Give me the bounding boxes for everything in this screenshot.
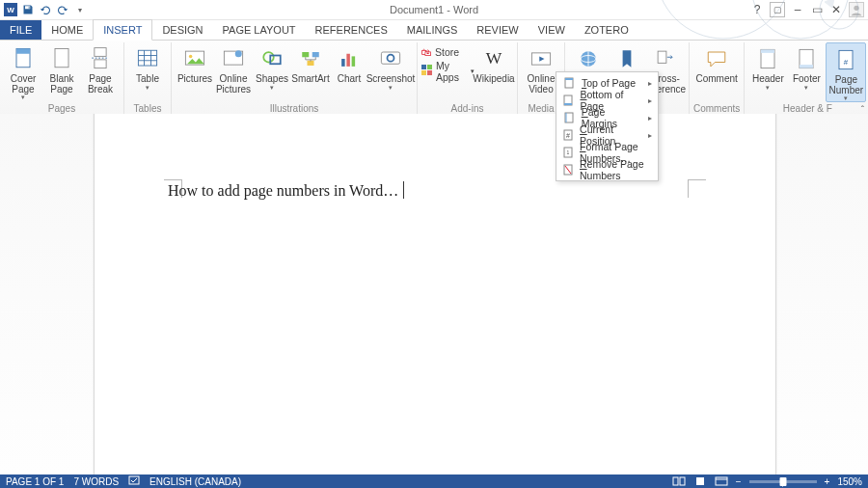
cross-reference-icon (651, 44, 680, 73)
comment-icon (702, 44, 731, 73)
wikipedia-button[interactable]: WWikipedia (475, 42, 513, 100)
status-words[interactable]: 7 WORDS (73, 476, 119, 487)
group-header-footer: Header▾ Footer▾ #Page Number▾ Header & F (745, 42, 868, 116)
proofing-icon[interactable] (128, 475, 140, 487)
zoom-out-button[interactable]: − (736, 476, 742, 487)
bookmark-icon (612, 44, 641, 73)
group-comments: Comment Comments (690, 42, 745, 116)
tab-mailings[interactable]: MAILINGS (397, 20, 468, 40)
status-language[interactable]: ENGLISH (CANADA) (149, 476, 241, 487)
svg-rect-22 (312, 52, 319, 57)
blank-page-button[interactable]: Blank Page (42, 42, 81, 100)
online-video-button[interactable]: Online Video (522, 42, 560, 100)
zoom-in-button[interactable]: + (825, 476, 830, 487)
blank-page-icon (47, 44, 76, 73)
chart-button[interactable]: Chart (330, 42, 368, 100)
close-button[interactable]: ✕ (829, 3, 843, 16)
page-margins-icon (562, 111, 576, 124)
header-button[interactable]: Header▾ (748, 42, 787, 100)
zoom-slider[interactable]: ┼ (749, 480, 817, 483)
tab-insert[interactable]: INSERT (93, 19, 152, 41)
margin-marker (688, 179, 706, 198)
table-icon (133, 44, 162, 73)
document-area: How to add page numbers in Word… (0, 114, 868, 474)
tab-design[interactable]: DESIGN (152, 20, 212, 40)
pictures-button[interactable]: Pictures (176, 42, 214, 100)
svg-rect-21 (302, 52, 309, 57)
svg-rect-25 (346, 54, 350, 67)
svg-point-3 (854, 6, 858, 11)
minimize-button[interactable]: – (791, 3, 804, 16)
restore-button[interactable]: ▭ (810, 3, 824, 16)
svg-rect-32 (427, 70, 432, 75)
tab-zotero[interactable]: ZOTERO (575, 20, 638, 40)
status-page[interactable]: PAGE 1 OF 1 (6, 476, 64, 487)
page-break-icon (86, 44, 115, 73)
store-button[interactable]: 🛍Store (421, 46, 475, 58)
cover-page-button[interactable]: Cover Page▾ (4, 42, 42, 100)
svg-text:W: W (486, 48, 502, 68)
page-number-button[interactable]: #Page Number▾ (826, 42, 866, 102)
undo-button[interactable] (39, 3, 52, 16)
status-bar: PAGE 1 OF 1 7 WORDS ENGLISH (CANADA) − ┼… (0, 474, 868, 488)
ribbon-display-button[interactable]: ▢ (770, 2, 785, 17)
svg-rect-41 (761, 49, 774, 53)
zoom-level[interactable]: 150% (837, 476, 862, 487)
svg-rect-20 (270, 56, 281, 65)
svg-rect-5 (16, 49, 30, 54)
my-apps-button[interactable]: My Apps▾ (421, 60, 475, 83)
footer-button[interactable]: Footer▾ (787, 42, 826, 100)
screenshot-button[interactable]: Screenshot▾ (368, 42, 413, 100)
svg-point-18 (235, 50, 242, 57)
top-of-page-icon (562, 76, 576, 90)
tab-home[interactable]: HOME (41, 20, 93, 40)
svg-text:#: # (844, 58, 849, 67)
redo-button[interactable] (56, 3, 69, 16)
svg-rect-77 (716, 477, 727, 485)
comment-button[interactable]: Comment (697, 42, 736, 100)
save-button[interactable] (21, 3, 35, 16)
help-button[interactable]: ? (750, 3, 764, 16)
shapes-button[interactable]: Shapes▾ (253, 42, 291, 100)
qat-customize-button[interactable]: ▾ (73, 3, 87, 16)
tab-page-layout[interactable]: PAGE LAYOUT (213, 20, 306, 40)
smartart-icon (296, 44, 325, 73)
title-bar: W ▾ Document1 - Word ? ▢ – ▭ ✕ (0, 0, 868, 20)
web-layout-button[interactable] (715, 475, 728, 487)
svg-rect-26 (352, 56, 356, 67)
svg-point-16 (189, 55, 193, 59)
quick-access-toolbar: W ▾ (4, 3, 87, 16)
print-layout-button[interactable] (693, 475, 707, 487)
svg-rect-39 (658, 51, 666, 63)
document-page[interactable]: How to add page numbers in Word… (95, 114, 775, 474)
tab-file[interactable]: FILE (0, 20, 41, 40)
svg-rect-64 (564, 103, 572, 105)
read-mode-button[interactable] (672, 475, 686, 487)
user-avatar[interactable] (849, 2, 864, 17)
word-app-icon: W (4, 3, 17, 16)
tab-review[interactable]: REVIEW (467, 20, 528, 40)
group-pages: Cover Page▾ Blank Page Page Break Pages (0, 42, 124, 116)
cover-page-icon (9, 44, 38, 73)
svg-rect-8 (95, 60, 106, 68)
svg-rect-31 (421, 70, 426, 75)
smartart-button[interactable]: SmartArt (291, 42, 330, 100)
online-pictures-button[interactable]: Online Pictures (214, 42, 253, 100)
format-numbers-icon: 1 (562, 146, 574, 159)
page-break-button[interactable]: Page Break (81, 42, 120, 100)
svg-rect-7 (95, 48, 106, 57)
menu-remove-page-numbers[interactable]: Remove Page Numbers (556, 161, 658, 178)
screenshot-icon (376, 44, 405, 73)
text-cursor (403, 181, 404, 199)
svg-rect-6 (55, 49, 68, 68)
online-pictures-icon (219, 44, 248, 73)
svg-rect-24 (341, 59, 345, 67)
header-icon (753, 44, 782, 73)
current-position-icon: # (562, 128, 574, 142)
document-body-text[interactable]: How to add page numbers in Word… (168, 181, 404, 200)
svg-rect-62 (565, 78, 573, 80)
tab-view[interactable]: VIEW (529, 20, 575, 40)
table-button[interactable]: Table▾ (128, 42, 167, 100)
page-number-menu: Top of Page▸ Bottom of Page▸ Page Margin… (556, 71, 659, 181)
tab-references[interactable]: REFERENCES (306, 20, 397, 40)
